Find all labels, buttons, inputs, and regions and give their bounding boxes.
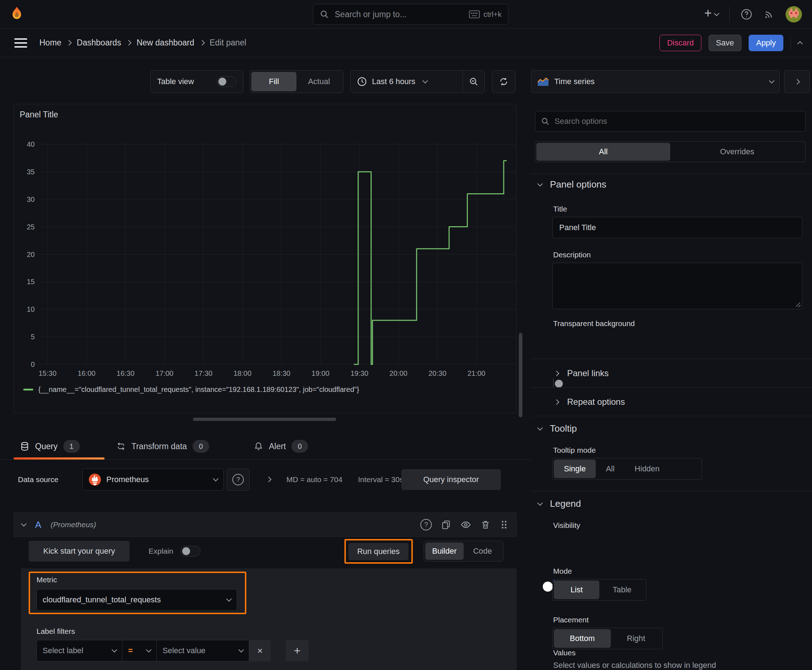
mega-menu-button[interactable] [14,38,27,47]
tooltip-single-option[interactable]: Single [554,460,596,478]
options-search-input[interactable] [554,117,800,126]
timeseries-viz-icon [537,76,549,86]
news-button[interactable] [763,8,775,20]
breadcrumb-edit-panel: Edit panel [210,38,246,47]
svg-text:20: 20 [27,250,35,259]
refresh-button[interactable] [492,70,515,93]
options-search[interactable] [535,111,805,132]
legend-table-option[interactable]: Table [599,580,645,599]
chart-canvas[interactable]: 051015202530354015:3016:0016:3017:0017:3… [14,104,517,414]
toggle-viz-suggestions-button[interactable] [784,70,810,93]
tab-overrides[interactable]: Overrides [670,143,804,161]
collapse-query-icon [21,521,27,527]
data-source-label: Data source [18,469,58,491]
select-label-dropdown[interactable]: Select label [37,640,122,662]
builder-option[interactable]: Builder [425,543,464,560]
label-filters-label: Label filters [37,627,75,636]
chevron-down-icon [537,425,543,431]
data-source-picker[interactable]: Prometheus [82,469,224,491]
breadcrumb-home[interactable]: Home [39,38,61,47]
placement-right-option[interactable]: Right [611,629,661,648]
explain-toggle[interactable] [180,546,200,557]
zoom-out-button[interactable] [463,71,485,93]
chevron-down-icon [537,181,543,186]
placement-bottom-option[interactable]: Bottom [554,629,611,648]
search-input[interactable] [334,9,464,20]
svg-text:25: 25 [27,223,35,231]
panel-description-input[interactable] [553,263,802,309]
repeat-options-section[interactable]: Repeat options [554,394,625,410]
fill-actual-switch: Fill Actual [249,70,343,93]
table-view-toggle[interactable] [217,76,237,87]
hide-query-icon[interactable] [460,519,471,530]
drag-handle-icon[interactable] [500,520,509,530]
svg-text:0: 0 [31,360,35,368]
chart-legend[interactable]: {__name__="cloudflared_tunnel_total_requ… [23,386,359,394]
duplicate-query-icon[interactable] [441,520,451,530]
svg-text:18:00: 18:00 [234,369,251,377]
svg-text:21:00: 21:00 [468,369,485,377]
transparent-bg-toggle[interactable] [553,378,554,387]
vertical-scrollbar[interactable] [519,333,522,417]
help-button[interactable] [741,8,753,20]
title-field-label: Title [553,205,567,213]
tab-all-options[interactable]: All [536,143,670,161]
add-filter-button[interactable]: + [286,640,309,662]
legend-visibility-label: Visibility [553,521,580,530]
tooltip-section-header[interactable]: Tooltip [538,423,577,434]
tab-query[interactable]: Query 1 [20,433,80,460]
code-option[interactable]: Code [464,543,502,560]
user-avatar[interactable] [785,6,802,22]
delete-query-icon[interactable] [480,520,490,530]
panel-title-input[interactable] [553,217,802,239]
metric-label: Metric [37,575,57,584]
svg-text:19:00: 19:00 [312,369,329,377]
tooltip-hidden-option[interactable]: Hidden [625,460,670,478]
query-help-button[interactable]: ? [420,519,432,530]
breadcrumb-dashboards[interactable]: Dashboards [76,38,121,47]
chevron-right-icon [554,399,559,405]
tab-transform-data[interactable]: Transform data 0 [116,433,209,460]
global-search[interactable]: ctrl+k [313,4,509,25]
time-range-picker[interactable]: Last 6 hours [351,71,463,93]
actual-option[interactable]: Actual [297,72,342,91]
metric-select[interactable]: cloudflared_tunnel_total_requests [37,589,237,611]
visualization-picker[interactable]: Time series [531,70,780,93]
legend-list-option[interactable]: List [554,580,599,599]
chevron-right-icon [199,40,205,46]
select-value-dropdown[interactable]: Select value [157,640,249,662]
new-menu-button[interactable]: + [704,13,719,15]
legend-section-header[interactable]: Legend [538,498,581,509]
divider [531,387,812,387]
tab-alert[interactable]: Alert 0 [254,433,308,460]
bell-icon [254,442,263,451]
remove-filter-button[interactable]: × [249,640,271,662]
chevron-right-icon [794,79,800,85]
chevron-right-icon [126,40,132,46]
horizontal-scrollbar[interactable] [193,418,336,421]
panel-links-section[interactable]: Panel links [554,365,609,382]
table-view-control: Table view [150,70,244,93]
query-inspector-button[interactable]: Query inspector [401,469,501,490]
expand-options-icon[interactable] [266,477,272,482]
grafana-logo-icon[interactable] [8,6,25,22]
breadcrumb: Home Dashboards New dashboard Edit panel [39,38,246,47]
resize-grip-icon[interactable] [795,301,801,307]
data-source-help-button[interactable]: ? [227,469,249,491]
operator-dropdown[interactable]: = [122,640,157,662]
run-queries-button[interactable]: Run queries [348,543,409,560]
panel-options-section-header[interactable]: Panel options [538,179,607,190]
series-label: {__name__="cloudflared_tunnel_total_requ… [38,386,359,394]
breadcrumb-new-dashboard[interactable]: New dashboard [136,38,194,47]
kick-start-button[interactable]: Kick start your query [29,541,130,562]
fill-option[interactable]: Fill [251,72,297,91]
collapse-options-icon[interactable] [797,41,803,47]
apply-button[interactable]: Apply [749,35,783,51]
save-button[interactable]: Save [709,35,741,51]
query-datasource-hint: (Prometheus) [51,520,96,529]
description-field-label: Description [553,250,591,259]
tooltip-all-option[interactable]: All [596,460,624,478]
query-row-header[interactable]: A (Prometheus) ? [14,513,517,537]
transform-count-badge: 0 [193,440,209,453]
discard-button[interactable]: Discard [659,35,701,51]
